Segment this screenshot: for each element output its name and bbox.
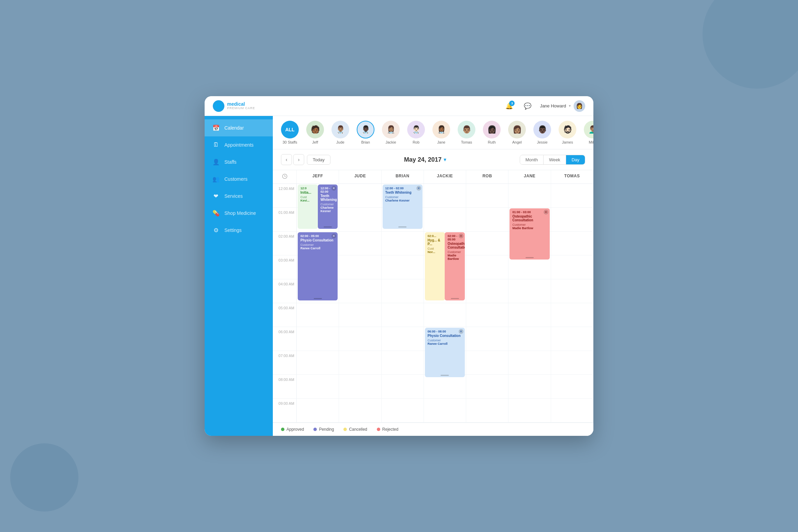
cell-tomas-0700: [551, 351, 593, 375]
user-avatar: 👩: [574, 100, 585, 112]
cell-tomas-0900: [551, 399, 593, 423]
staff-avatar-tomas: 👨🏽: [458, 121, 475, 138]
cell-jackie-0100: [424, 208, 466, 232]
appt-label: Cust: [428, 247, 442, 250]
today-button[interactable]: Today: [307, 155, 330, 165]
cell-jude-0800: [339, 375, 381, 399]
staff-tomas[interactable]: 👨🏽 Tomas: [458, 121, 475, 144]
staff-avatar-jeff: 🧑🏾: [306, 121, 324, 138]
staff-brian[interactable]: 👨🏿‍⚕️ Brian: [357, 121, 374, 144]
user-name: Jane Howard: [540, 103, 566, 108]
appointments-icon: 🗓: [212, 141, 220, 149]
legend-label-approved: Approved: [286, 427, 304, 432]
calendar-date[interactable]: May 24, 2017 ▾: [404, 156, 446, 163]
cell-brian-0900: [382, 399, 424, 423]
col-header-jude: JUDE: [339, 170, 381, 184]
staff-rob[interactable]: 👨🏻‍⚕️ Rob: [407, 121, 425, 144]
appt-jackie-physio[interactable]: ✕ 06:00 - 08:00 Physio Consultation Cust…: [425, 328, 465, 377]
services-icon: ❤: [212, 192, 220, 200]
appt-brian-teeth[interactable]: ✕ 12:00 - 02:00 Teeth Whitening Customer…: [383, 184, 423, 229]
cell-brian-0800: [382, 375, 424, 399]
day-view-button[interactable]: Day: [566, 155, 585, 164]
notification-button[interactable]: 🔔 3: [503, 100, 515, 112]
cell-rob-0200: [466, 232, 508, 255]
appt-close-btn[interactable]: ✕: [331, 234, 336, 238]
staff-avatar-mike: 👨🏽‍🦱: [584, 121, 593, 138]
appt-title: Teeth Whitening: [385, 191, 420, 194]
staff-jackie[interactable]: 👩🏽‍⚕️ Jackie: [382, 121, 400, 144]
message-button[interactable]: 💬: [521, 100, 534, 112]
staff-jessie[interactable]: 👨🏿 Jessie: [533, 121, 551, 144]
logo-icon: 🌐: [213, 100, 224, 112]
appt-resize-handle[interactable]: [441, 375, 449, 376]
staff-angel[interactable]: 👩🏽 Angel: [508, 121, 526, 144]
cell-rob-0500: [466, 303, 508, 327]
sidebar-label-services: Services: [224, 193, 243, 199]
appt-resize-handle[interactable]: [451, 298, 459, 299]
sidebar-item-shop-medicine[interactable]: 💊 Shop Medicine: [205, 205, 273, 222]
appt-close-btn[interactable]: ✕: [416, 186, 421, 191]
appt-close-btn[interactable]: ✕: [544, 210, 548, 215]
appt-jeff-physio[interactable]: ✕ 02:00 - 05:00 Physio Consultation Cust…: [298, 232, 338, 300]
sidebar-item-staffs[interactable]: 👤 Staffs: [205, 153, 273, 171]
cell-jane-0100: ✕ 01:00 - 03:00 Osteopathic Consultation…: [508, 208, 551, 232]
staff-jeff[interactable]: 🧑🏾 Jeff: [306, 121, 324, 144]
cell-jeff-0600: [297, 327, 339, 351]
cell-rob-0400: [466, 279, 508, 303]
sidebar-item-customers[interactable]: 👥 Customers: [205, 171, 273, 188]
sidebar-item-services[interactable]: ❤ Services: [205, 188, 273, 205]
appt-jeff-teeth[interactable]: ✕ 12:00 - 02:00 Teeth Whitening Customer…: [318, 184, 338, 229]
staff-avatar-jane: 👩🏾‍⚕️: [432, 121, 450, 138]
cell-rob-0900: [466, 399, 508, 423]
staff-name-ruth: Ruth: [488, 140, 496, 144]
appt-resize-handle[interactable]: [398, 226, 407, 227]
col-header-jeff: JEFF: [297, 170, 339, 184]
staff-jude[interactable]: 👨🏽‍⚕️ Jude: [331, 121, 349, 144]
user-info[interactable]: Jane Howard ▾ 👩: [540, 100, 585, 112]
col-header-jane: JANE: [508, 170, 551, 184]
appt-close-btn[interactable]: ✕: [459, 329, 463, 334]
appt-jackie-osteo[interactable]: ✕ 02:00 - 05:00 Osteopathic Consultation…: [445, 232, 465, 300]
appt-jane-osteo[interactable]: ✕ 01:00 - 03:00 Osteopathic Consultation…: [509, 208, 549, 260]
time-0500am: 05:00 AM: [273, 303, 297, 327]
appt-label: Customer: [321, 203, 335, 206]
sidebar-item-appointments[interactable]: 🗓 Appointments: [205, 136, 273, 153]
sidebar-item-settings[interactable]: ⚙ Settings: [205, 222, 273, 239]
staff-name-tomas: Tomas: [461, 140, 472, 144]
cell-jude-0100: [339, 208, 381, 232]
staff-strip: ALL 30 Staffs 🧑🏾 Jeff 👨🏽‍⚕️ Jude 👨🏿‍⚕️ B…: [273, 116, 593, 149]
sidebar-item-calendar[interactable]: 📅 Calendar: [205, 119, 273, 136]
appt-customer: Charlene Kesner: [385, 199, 420, 202]
prev-button[interactable]: ‹: [281, 154, 292, 165]
next-button[interactable]: ›: [293, 154, 304, 165]
appt-resize-handle[interactable]: [314, 298, 322, 299]
calendar-icon: 📅: [212, 124, 220, 132]
staff-james[interactable]: 🧔🏻 James: [559, 121, 576, 144]
appt-jeff-initial[interactable]: 12:0 Initia... Cust Kevi...: [298, 184, 318, 229]
legend-label-rejected: Rejected: [382, 427, 398, 432]
col-header-tomas: TOMAS: [551, 170, 593, 184]
appt-close-btn[interactable]: ✕: [459, 234, 463, 238]
appt-time: 12:00 - 02:00: [385, 187, 420, 190]
sidebar-label-customers: Customers: [224, 176, 248, 182]
appt-customer: Madie Bartlow: [447, 254, 462, 261]
user-dropdown-icon: ▾: [569, 104, 571, 108]
staff-ruth[interactable]: 👩🏿 Ruth: [483, 121, 501, 144]
notification-badge: 3: [509, 101, 515, 106]
staff-all[interactable]: ALL 30 Staffs: [281, 121, 299, 144]
appt-resize-handle[interactable]: [324, 226, 332, 227]
appt-close-btn[interactable]: ✕: [331, 186, 336, 191]
week-view-button[interactable]: Week: [544, 155, 566, 164]
cell-rob-0100: [466, 208, 508, 232]
staff-name-jude: Jude: [336, 140, 344, 144]
cell-tomas-0200: [551, 232, 593, 255]
legend-dot-approved: [281, 428, 284, 431]
month-view-button[interactable]: Month: [520, 155, 544, 164]
staff-jane[interactable]: 👩🏾‍⚕️ Jane: [432, 121, 450, 144]
cell-jude-0600: [339, 327, 381, 351]
appt-jackie-hyg[interactable]: 02:0... Hyg... & P... Cust Nor...: [425, 232, 445, 300]
legend-pending: Pending: [313, 427, 334, 432]
staff-mike[interactable]: 👨🏽‍🦱 Mike: [584, 121, 593, 144]
col-header-jackie: JACKIE: [424, 170, 466, 184]
appt-resize-handle[interactable]: [526, 257, 534, 258]
